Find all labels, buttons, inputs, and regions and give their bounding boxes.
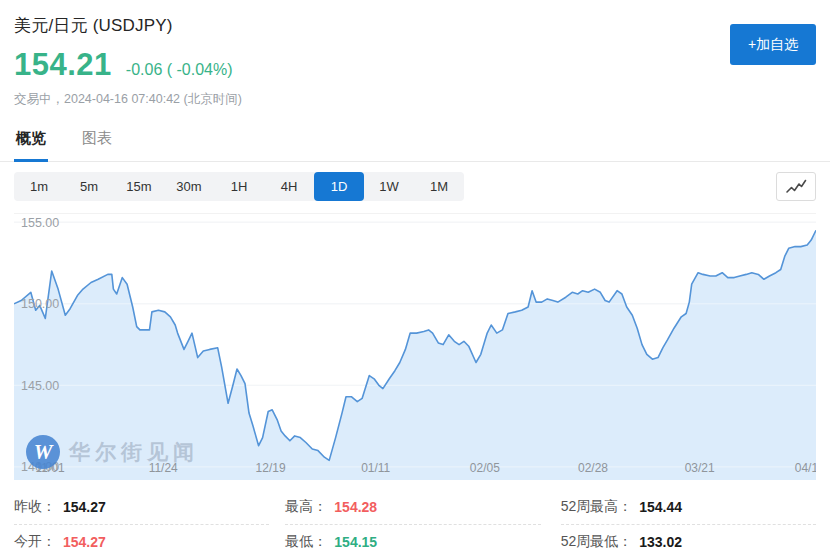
last-price: 154.21 xyxy=(14,47,112,83)
stat-value: 154.44 xyxy=(639,499,682,515)
stat-label: 今开： xyxy=(14,533,56,551)
chart-type-button[interactable] xyxy=(776,172,816,201)
stat-52wk-low: 52周最低： 133.02 xyxy=(561,525,816,556)
price-change: -0.06 ( -0.04%) xyxy=(126,61,233,79)
stats-column-3: 52周最高： 154.44 52周最低： 133.02 xyxy=(561,490,816,556)
y-tick-label: 155.00 xyxy=(21,216,59,230)
quote-header: 美元/日元 (USDJPY) 154.21 -0.06 ( -0.04%) 交易… xyxy=(0,0,830,108)
x-tick-label: 11/24 xyxy=(149,461,178,475)
range-button-1h[interactable]: 1H xyxy=(214,172,264,201)
price-chart[interactable]: 155.00150.00145.00140.0011/0111/2412/190… xyxy=(14,213,816,479)
stat-value: 154.27 xyxy=(63,499,106,515)
stat-prev-close: 昨收： 154.27 xyxy=(14,490,269,525)
tab-overview[interactable]: 概览 xyxy=(14,123,48,162)
quote-page: 美元/日元 (USDJPY) 154.21 -0.06 ( -0.04%) 交易… xyxy=(0,0,830,556)
stat-label: 最高： xyxy=(285,498,327,516)
stat-label: 最低： xyxy=(285,533,327,551)
y-tick-label: 145.00 xyxy=(21,379,59,393)
stat-label: 52周最低： xyxy=(561,533,633,551)
line-chart-icon xyxy=(785,179,807,195)
x-tick-label: 02/28 xyxy=(578,461,608,475)
stat-value: 133.02 xyxy=(639,534,682,550)
range-button-1m-month[interactable]: 1M xyxy=(414,172,464,201)
stats-column-2: 最高： 154.28 最低： 154.15 xyxy=(285,490,540,556)
x-tick-label: 02/05 xyxy=(470,461,500,475)
price-row: 154.21 -0.06 ( -0.04%) xyxy=(14,47,816,83)
range-button-1w[interactable]: 1W xyxy=(364,172,414,201)
trading-status: 交易中，2024-04-16 07:40:42 (北京时间) xyxy=(14,91,816,108)
range-button-1d[interactable]: 1D xyxy=(314,172,364,201)
x-tick-label: 11/01 xyxy=(36,461,65,475)
y-tick-label: 150.00 xyxy=(21,297,59,311)
stats-grid: 昨收： 154.27 今开： 154.27 最高： 154.28 最低： 154… xyxy=(14,490,816,556)
range-button-1m[interactable]: 1m xyxy=(14,172,64,201)
range-button-4h[interactable]: 4H xyxy=(264,172,314,201)
stat-value: 154.15 xyxy=(334,534,377,550)
x-tick-label: 03/21 xyxy=(685,461,715,475)
range-selector: 1m 5m 15m 30m 1H 4H 1D 1W 1M xyxy=(14,172,464,201)
stat-low: 最低： 154.15 xyxy=(285,525,540,556)
chart-toolbar: 1m 5m 15m 30m 1H 4H 1D 1W 1M xyxy=(14,172,816,201)
instrument-title: 美元/日元 (USDJPY) xyxy=(14,14,816,37)
stats-column-1: 昨收： 154.27 今开： 154.27 xyxy=(14,490,269,556)
stat-value: 154.27 xyxy=(63,534,106,550)
price-area xyxy=(14,230,816,480)
tab-chart[interactable]: 图表 xyxy=(80,123,114,162)
stat-open: 今开： 154.27 xyxy=(14,525,269,556)
price-chart-canvas[interactable]: 155.00150.00145.00140.0011/0111/2412/190… xyxy=(14,214,816,480)
range-button-30m[interactable]: 30m xyxy=(164,172,214,201)
view-tabs: 概览 图表 xyxy=(0,123,830,162)
stat-52wk-high: 52周最高： 154.44 xyxy=(561,490,816,525)
range-button-5m[interactable]: 5m xyxy=(64,172,114,201)
x-tick-label: 04/1 xyxy=(795,461,816,475)
x-tick-label: 01/11 xyxy=(361,461,390,475)
stat-label: 52周最高： xyxy=(561,498,633,516)
range-button-15m[interactable]: 15m xyxy=(114,172,164,201)
add-watchlist-button[interactable]: +加自选 xyxy=(730,24,816,65)
stat-high: 最高： 154.28 xyxy=(285,490,540,525)
x-tick-label: 12/19 xyxy=(256,461,286,475)
stat-label: 昨收： xyxy=(14,498,56,516)
stat-value: 154.28 xyxy=(334,499,377,515)
